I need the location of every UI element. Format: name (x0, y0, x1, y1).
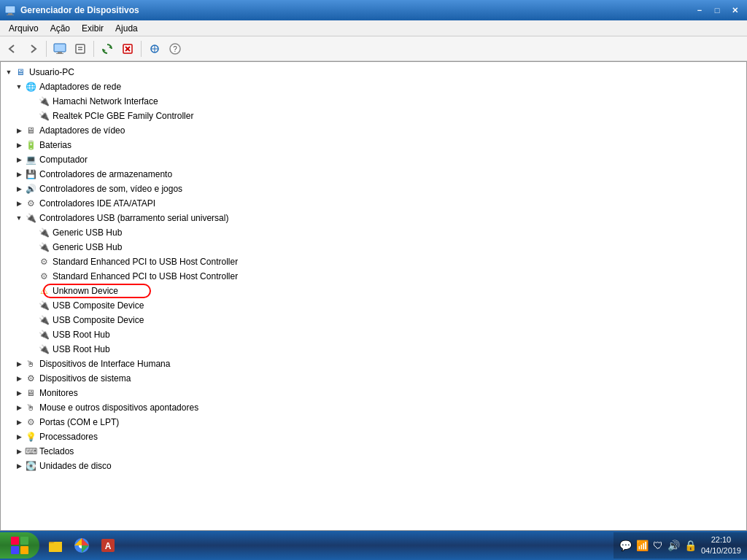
mouse-label: Mouse e outros dispositivos apontadores (39, 402, 198, 413)
teclados-label: Teclados (39, 446, 74, 456)
taskbar-chrome[interactable] (69, 532, 95, 559)
tree-unknown-device[interactable]: ▶ ⚠ Unknown Device (1, 284, 746, 298)
armazenamento-expand[interactable]: ▶ (14, 169, 24, 179)
taskbar-file-explorer[interactable] (42, 532, 69, 559)
tree-realtek[interactable]: ▶ 🔌 Realtek PCIe GBE Family Controller (1, 109, 746, 123)
tree-ehci-1[interactable]: ▶ ⚙ Standard Enhanced PCI to USB Host Co… (1, 254, 746, 269)
tree-som[interactable]: ▶ 🔊 Controladores de som, vídeo e jogos (1, 182, 746, 196)
tree-generic-hub-2[interactable]: ▶ 🔌 Generic USB Hub (1, 240, 746, 254)
adaptadores-video-label: Adaptadores de vídeo (39, 125, 125, 136)
menu-ajuda[interactable]: Ajuda (109, 22, 144, 35)
battery-icon: 🔋 (25, 139, 36, 151)
unidades-expand[interactable]: ▶ (14, 461, 24, 471)
hid-expand[interactable]: ▶ (14, 359, 24, 369)
device-tree: ▼ 🖥 Usuario-PC ▼ 🌐 Adaptadores de rede ▶… (1, 62, 746, 476)
close-button[interactable]: ✕ (727, 3, 743, 18)
som-expand[interactable]: ▶ (14, 184, 24, 194)
ide-expand[interactable]: ▶ (14, 198, 24, 209)
tray-discord[interactable]: 💬 (619, 540, 632, 551)
ehci-1-icon: ⚙ (38, 256, 50, 268)
teclados-icon: ⌨ (25, 446, 36, 457)
adaptadores-rede-expand[interactable]: ▼ (14, 82, 24, 92)
uninstall-button[interactable] (118, 39, 137, 58)
computador-icon: 💻 (25, 154, 36, 166)
usb-expand[interactable]: ▼ (14, 213, 24, 223)
teclados-expand[interactable]: ▶ (14, 446, 24, 456)
tree-portas[interactable]: ▶ ⚙ Portas (COM e LPT) (1, 415, 746, 429)
tree-unidades[interactable]: ▶ 💽 Unidades de disco (1, 459, 746, 473)
tree-ide[interactable]: ▶ ⚙ Controladores IDE ATA/ATAPI (1, 196, 746, 211)
menu-exibir[interactable]: Exibir (76, 22, 109, 35)
generic-hub-2-label: Generic USB Hub (53, 242, 122, 252)
minimize-button[interactable]: − (692, 3, 708, 18)
properties-button[interactable] (71, 39, 90, 58)
maximize-button[interactable]: □ (709, 3, 725, 18)
tray-antivirus[interactable]: 🛡 (653, 540, 663, 551)
forward-button[interactable] (23, 39, 42, 58)
tree-generic-hub-1[interactable]: ▶ 🔌 Generic USB Hub (1, 225, 746, 240)
tree-teclados[interactable]: ▶ ⌨ Teclados (1, 444, 746, 459)
mouse-icon: 🖱 (25, 402, 36, 413)
mouse-expand[interactable]: ▶ (14, 402, 24, 413)
tree-root[interactable]: ▼ 🖥 Usuario-PC (1, 65, 746, 79)
tree-usb-composite-2[interactable]: ▶ 🔌 USB Composite Device (1, 313, 746, 327)
window-title: Gerenciador de Dispositivos (20, 5, 692, 15)
ehci-2-icon: ⚙ (38, 271, 50, 282)
hamachi-icon: 🔌 (38, 96, 50, 107)
usb-root-2-icon: 🔌 (38, 343, 50, 355)
tree-usb-root-2[interactable]: ▶ 🔌 USB Root Hub (1, 342, 746, 357)
tray-security[interactable]: 🔒 (684, 540, 697, 551)
hid-icon: 🖱 (25, 358, 36, 370)
som-label: Controladores de som, vídeo e jogos (39, 184, 182, 194)
baterias-expand[interactable]: ▶ (14, 140, 24, 150)
tree-usb[interactable]: ▼ 🔌 Controladores USB (barramento serial… (1, 211, 746, 225)
menu-arquivo[interactable]: Arquivo (3, 22, 44, 35)
computador-expand[interactable]: ▶ (14, 155, 24, 165)
tree-hid[interactable]: ▶ 🖱 Dispositivos de Interface Humana (1, 357, 746, 371)
svg-rect-20 (20, 537, 28, 545)
app-icon (4, 4, 16, 16)
sistema-expand[interactable]: ▶ (14, 373, 24, 384)
svg-rect-1 (8, 13, 12, 15)
separator1 (46, 41, 47, 57)
tree-mouse[interactable]: ▶ 🖱 Mouse e outros dispositivos apontado… (1, 400, 746, 415)
tree-usb-composite-1[interactable]: ▶ 🔌 USB Composite Device (1, 298, 746, 313)
menu-acao[interactable]: Ação (44, 22, 76, 35)
start-button[interactable] (0, 532, 39, 559)
tree-armazenamento[interactable]: ▶ 💾 Controladores de armazenamento (1, 167, 746, 182)
computer-button[interactable] (50, 39, 69, 58)
tray-network[interactable]: 📶 (636, 540, 649, 551)
taskbar: A 💬 📶 🛡 🔊 🔒 22:10 04/10/2019 (0, 531, 747, 560)
back-button[interactable] (3, 39, 22, 58)
tree-adaptadores-rede[interactable]: ▼ 🌐 Adaptadores de rede (1, 79, 746, 94)
system-tray: 💬 📶 🛡 🔊 🔒 22:10 04/10/2019 (614, 532, 747, 559)
generic-hub-1-icon: 🔌 (38, 227, 50, 238)
root-expand[interactable]: ▼ (4, 67, 14, 77)
tree-ehci-2[interactable]: ▶ ⚙ Standard Enhanced PCI to USB Host Co… (1, 269, 746, 284)
ehci-2-label: Standard Enhanced PCI to USB Host Contro… (53, 271, 238, 281)
processadores-expand[interactable]: ▶ (14, 432, 24, 442)
tree-usb-root-1[interactable]: ▶ 🔌 USB Root Hub (1, 327, 746, 342)
ide-icon: ⚙ (25, 198, 36, 209)
portas-expand[interactable]: ▶ (14, 417, 24, 427)
tree-sistema[interactable]: ▶ ⚙ Dispositivos de sistema (1, 371, 746, 386)
scan-button[interactable] (145, 39, 164, 58)
usb-root-1-icon: 🔌 (38, 329, 50, 341)
monitores-expand[interactable]: ▶ (14, 388, 24, 398)
tree-hamachi[interactable]: ▶ 🔌 Hamachi Network Interface (1, 94, 746, 109)
taskbar-app3[interactable]: A (95, 532, 121, 559)
tray-volume[interactable]: 🔊 (667, 540, 680, 551)
clock[interactable]: 22:10 04/10/2019 (701, 534, 741, 557)
tree-baterias[interactable]: ▶ 🔋 Baterias (1, 138, 746, 152)
usb-composite-1-label: USB Composite Device (53, 300, 144, 311)
tree-computador[interactable]: ▶ 💻 Computador (1, 152, 746, 167)
tree-monitores[interactable]: ▶ 🖥 Monitores (1, 386, 746, 400)
adaptadores-video-expand[interactable]: ▶ (14, 125, 24, 136)
usb-root-2-label: USB Root Hub (53, 344, 110, 354)
help-button[interactable]: ? (166, 39, 185, 58)
update-button[interactable] (98, 39, 117, 58)
processadores-icon: 💡 (25, 431, 36, 443)
usb-composite-2-label: USB Composite Device (53, 315, 144, 325)
tree-adaptadores-video[interactable]: ▶ 🖥 Adaptadores de vídeo (1, 123, 746, 138)
tree-processadores[interactable]: ▶ 💡 Processadores (1, 429, 746, 444)
